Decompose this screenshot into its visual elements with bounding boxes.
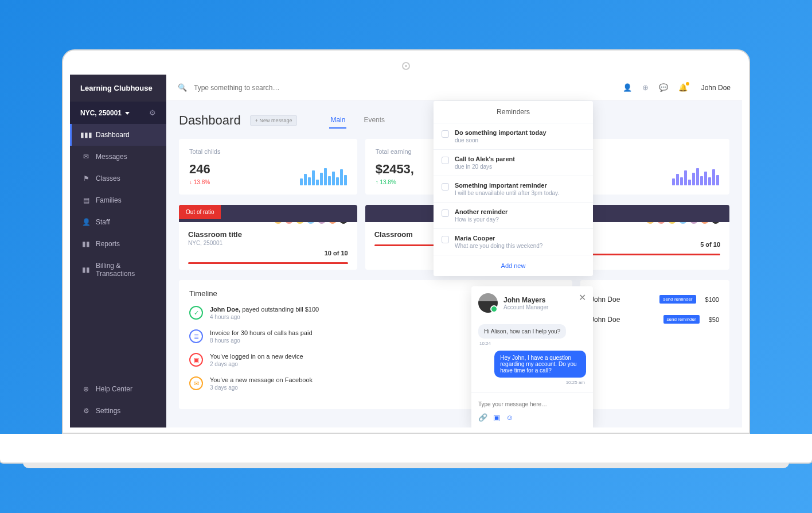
sidebar-item-label: Reports bbox=[96, 240, 120, 248]
reminder-title: Call to Alek's parent bbox=[455, 156, 515, 162]
new-message-button[interactable]: + New message bbox=[250, 115, 298, 126]
reminders-add-button[interactable]: Add new bbox=[434, 255, 593, 276]
reminder-item[interactable]: Call to Alek's parent due in 20 days bbox=[434, 149, 593, 176]
sidebar-item-label: Help Center bbox=[96, 385, 132, 393]
current-user-name[interactable]: John Doe bbox=[701, 84, 731, 92]
reminder-item[interactable]: Another reminder How is your day? bbox=[434, 202, 593, 228]
reminder-item[interactable]: Something important reminder I will be u… bbox=[434, 176, 593, 202]
checkbox[interactable] bbox=[442, 183, 449, 191]
sidebar-item-label: Families bbox=[96, 196, 122, 204]
reminder-item[interactable]: Do something important today due soon bbox=[434, 123, 593, 149]
overdue-name: John Doe bbox=[591, 316, 620, 324]
chat-input[interactable] bbox=[478, 401, 586, 407]
timeline-text: Invoice for 30 hours of calls has paid bbox=[210, 329, 313, 336]
camera-icon bbox=[402, 62, 410, 70]
sidebar-item-label: Settings bbox=[96, 407, 120, 415]
sidebar-item-staff[interactable]: 👤Staff bbox=[70, 211, 166, 233]
chat-message-outgoing: Hey John, I have a question regarding my… bbox=[494, 351, 586, 378]
gear-icon[interactable]: ⚙ bbox=[149, 108, 156, 117]
send-reminder-button[interactable]: send reminder bbox=[663, 315, 700, 324]
sidebar-item-billing[interactable]: ▮▮Billing & Transactions bbox=[70, 255, 166, 285]
sidebar-item-label: Staff bbox=[96, 218, 110, 226]
laptop-base bbox=[0, 434, 812, 464]
globe-icon[interactable]: ⊕ bbox=[642, 83, 649, 92]
user-icon[interactable]: 👤 bbox=[623, 83, 632, 92]
close-icon[interactable]: ✕ bbox=[579, 292, 586, 303]
out-of-ratio-badge: Out of ratio bbox=[179, 205, 221, 219]
sidebar-item-messages[interactable]: ✉Messages bbox=[70, 146, 166, 168]
timeline-text: You've a new message on Facebook bbox=[210, 376, 313, 383]
stat-change: ↑ 13.8% bbox=[376, 179, 414, 185]
reminder-title: Maria Cooper bbox=[455, 235, 542, 242]
tab-main[interactable]: Main bbox=[329, 112, 346, 129]
sidebar-item-dashboard[interactable]: ▮▮▮Dashboard bbox=[70, 124, 166, 146]
sidebar-nav: ▮▮▮Dashboard ✉Messages ⚑Classes ▤Familie… bbox=[70, 124, 166, 378]
checkbox[interactable] bbox=[442, 236, 449, 243]
chat-message-incoming: Hi Alison, how can I help you? bbox=[478, 324, 566, 339]
overdue-amount: $100 bbox=[705, 296, 719, 303]
checkbox[interactable] bbox=[442, 209, 449, 217]
gear-icon: ⚙ bbox=[82, 407, 90, 415]
location-label: NYC, 250001 bbox=[80, 109, 122, 117]
chat-message-time: 10:24 bbox=[479, 341, 585, 346]
overdue-row: John Doe send reminder $50 bbox=[591, 309, 719, 329]
overdue-card: John Doe send reminder $100 John Doe sen… bbox=[580, 280, 729, 409]
chat-contact-name: John Mayers bbox=[503, 296, 548, 304]
reminder-subtitle: How is your day? bbox=[455, 216, 508, 223]
search-icon: 🔍 bbox=[178, 83, 187, 92]
chat-icon[interactable]: 💬 bbox=[659, 83, 668, 92]
timeline-dot-icon: ▣ bbox=[189, 353, 203, 367]
sidebar-item-help[interactable]: ⊕Help Center bbox=[70, 378, 166, 400]
timeline-dot-icon: ✓ bbox=[189, 306, 203, 320]
overdue-row: John Doe send reminder $100 bbox=[591, 289, 719, 309]
stat-card: Total childs 246 ↓ 13.8% bbox=[179, 139, 357, 195]
reminder-subtitle: due soon bbox=[455, 137, 546, 143]
timeline-dot-icon: ✉ bbox=[189, 376, 203, 390]
bars-icon: ▮▮ bbox=[82, 266, 90, 274]
reminders-title: Reminders bbox=[434, 101, 593, 123]
tab-events[interactable]: Events bbox=[362, 112, 386, 129]
image-icon[interactable]: ▣ bbox=[493, 413, 500, 422]
attachment-icon[interactable]: 🔗 bbox=[478, 413, 487, 422]
stat-value: 246 bbox=[189, 162, 220, 177]
chat-contact-role: Account Manager bbox=[503, 304, 548, 310]
sidebar-item-label: Classes bbox=[96, 174, 120, 182]
timeline-time: 3 days ago bbox=[210, 384, 313, 391]
sidebar-item-families[interactable]: ▤Families bbox=[70, 189, 166, 211]
notification-dot bbox=[686, 82, 689, 86]
emoji-icon[interactable]: ☺ bbox=[506, 413, 513, 422]
classroom-card[interactable]: Out of ratio Classroom title NYC, 250001… bbox=[179, 205, 357, 270]
laptop-frame: Learning Clubhouse NYC, 250001 ⚙ ▮▮▮Dash… bbox=[62, 49, 750, 464]
bell-icon[interactable]: 🔔 bbox=[678, 83, 688, 92]
main-area: 🔍 👤 ⊕ 💬 🔔 John Doe Dashboard + New messa… bbox=[166, 75, 742, 428]
sidebar-item-label: Messages bbox=[96, 153, 127, 161]
timeline-time: 4 hours ago bbox=[210, 314, 319, 320]
reminder-subtitle: due in 20 days bbox=[455, 164, 515, 170]
globe-icon: ⊕ bbox=[82, 385, 90, 393]
send-reminder-button[interactable]: send reminder bbox=[659, 295, 696, 304]
reminder-item[interactable]: Maria Cooper What are you doing this wee… bbox=[434, 228, 593, 255]
sidebar-footer: ⊕Help Center ⚙Settings bbox=[70, 378, 166, 428]
chat-popover: John Mayers Account Manager ✕ Hi Alison,… bbox=[471, 286, 593, 428]
page-title: Dashboard bbox=[179, 113, 241, 128]
reminder-title: Do something important today bbox=[455, 129, 546, 136]
stat-label: Total earning bbox=[376, 148, 414, 155]
checkbox[interactable] bbox=[442, 157, 449, 164]
chat-avatar bbox=[478, 293, 498, 313]
brand-title: Learning Clubhouse bbox=[70, 75, 166, 102]
reminder-title: Something important reminder bbox=[455, 182, 559, 189]
classroom-title: Classroom title bbox=[188, 230, 348, 239]
reminder-subtitle: I will be unavailable until after 3pm to… bbox=[455, 190, 559, 196]
sidebar-item-settings[interactable]: ⚙Settings bbox=[70, 400, 166, 422]
search-input[interactable] bbox=[194, 84, 616, 92]
sidebar-item-reports[interactable]: ▮▮Reports bbox=[70, 233, 166, 255]
stat-label: Total childs bbox=[189, 148, 220, 155]
sidebar-item-label: Billing & Transactions bbox=[96, 262, 156, 278]
location-selector[interactable]: NYC, 250001 ⚙ bbox=[70, 102, 166, 124]
timeline-text: John Doe, payed outstanding bill $100 bbox=[210, 306, 319, 313]
checkbox[interactable] bbox=[442, 130, 449, 138]
sidebar-item-classes[interactable]: ⚑Classes bbox=[70, 168, 166, 189]
overdue-amount: $50 bbox=[709, 316, 719, 323]
timeline-dot-icon: ≣ bbox=[189, 329, 203, 343]
reminders-popover: Reminders Do something important today d… bbox=[434, 101, 593, 276]
